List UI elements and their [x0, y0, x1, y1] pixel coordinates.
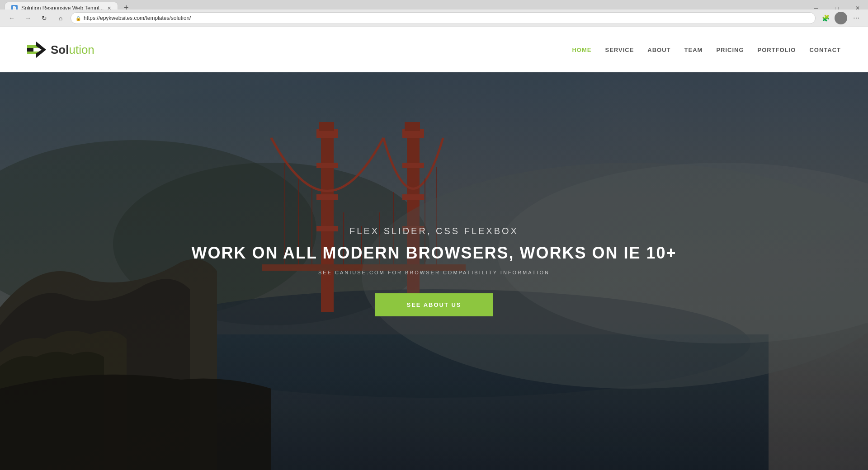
avatar: [835, 12, 847, 24]
svg-rect-22: [412, 122, 420, 131]
nav-link-home[interactable]: HOME: [572, 47, 591, 53]
svg-rect-11: [316, 163, 338, 168]
svg-rect-21: [405, 122, 413, 131]
hero-title: WORK ON ALL MODERN BROWSERS, WORKS ON IE…: [191, 244, 676, 263]
nav-link-contact[interactable]: CONTACT: [809, 47, 841, 53]
more-button[interactable]: ⋯: [850, 12, 863, 24]
forward-button[interactable]: →: [22, 12, 34, 24]
logo-icon: [27, 42, 46, 58]
back-button[interactable]: ←: [5, 12, 18, 24]
refresh-button[interactable]: ↻: [38, 12, 51, 24]
logo[interactable]: Solution: [27, 42, 94, 58]
nav-item-about[interactable]: ABOUT: [647, 46, 670, 54]
address-bar[interactable]: 🔒 https://epykwebsites.com/templates/sol…: [71, 12, 816, 24]
nav-item-pricing[interactable]: PRICING: [716, 46, 744, 54]
svg-rect-19: [402, 194, 424, 200]
extensions-button[interactable]: 🧩: [819, 12, 832, 24]
lock-icon: 🔒: [75, 16, 81, 21]
hero-section: FLEX SLIDER, CSS FLEXBOX WORK ON ALL MOD…: [0, 72, 868, 470]
nav-item-service[interactable]: SERVICE: [605, 46, 634, 54]
nav-link-pricing[interactable]: PRICING: [716, 47, 744, 53]
hero-description: SEE CANIUSE.COM FOR BROWSER COMPATIBILIT…: [191, 270, 676, 275]
svg-rect-12: [316, 194, 338, 200]
url-text: https://epykwebsites.com/templates/solut…: [84, 15, 191, 21]
home-button[interactable]: ⌂: [54, 12, 67, 24]
nav-link-team[interactable]: TEAM: [684, 47, 703, 53]
svg-marker-2: [36, 42, 46, 58]
svg-rect-18: [402, 163, 424, 168]
svg-rect-3: [27, 48, 33, 52]
nav-menu: HOME SERVICE ABOUT TEAM PRICING PORTFOLI…: [572, 46, 841, 54]
nav-link-about[interactable]: ABOUT: [647, 47, 670, 53]
website-content: Solution HOME SERVICE ABOUT TEAM PRICING…: [0, 27, 868, 470]
hero-subtitle: FLEX SLIDER, CSS FLEXBOX: [191, 226, 676, 236]
cta-button[interactable]: SEE ABOUT US: [375, 293, 493, 316]
nav-link-portfolio[interactable]: PORTFOLIO: [758, 47, 796, 53]
nav-item-team[interactable]: TEAM: [684, 46, 703, 54]
navbar: Solution HOME SERVICE ABOUT TEAM PRICING…: [0, 27, 868, 72]
account-button[interactable]: [835, 12, 847, 24]
nav-item-contact[interactable]: CONTACT: [809, 46, 841, 54]
logo-text: Solution: [51, 43, 94, 57]
nav-link-service[interactable]: SERVICE: [605, 47, 634, 53]
svg-rect-14: [319, 122, 327, 131]
nav-item-home[interactable]: HOME: [572, 46, 591, 54]
svg-rect-15: [326, 122, 334, 131]
nav-item-portfolio[interactable]: PORTFOLIO: [758, 46, 796, 54]
hero-content: FLEX SLIDER, CSS FLEXBOX WORK ON ALL MOD…: [191, 226, 676, 316]
